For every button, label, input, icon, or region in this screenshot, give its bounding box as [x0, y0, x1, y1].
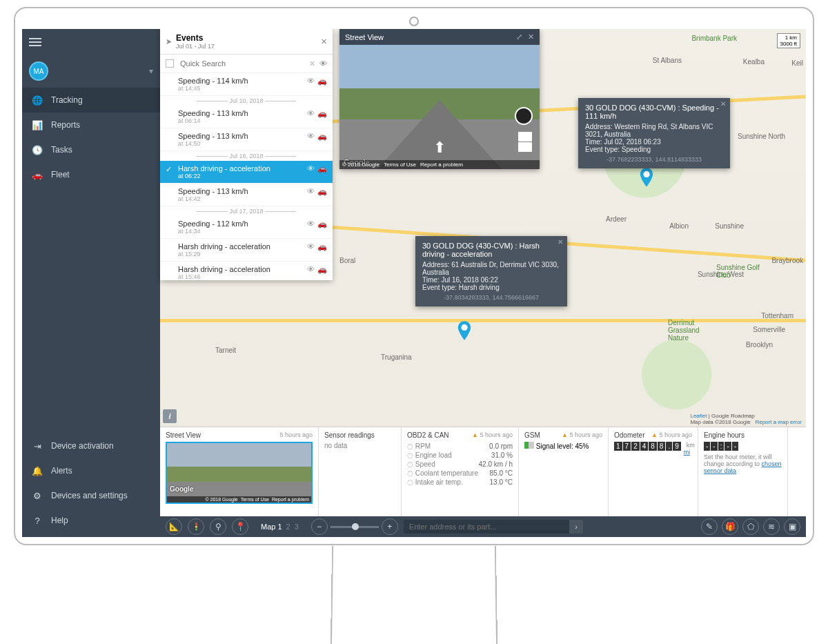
popup-title: 30 GOLD DOG (430-CVM) : Speeding - 111 k…	[585, 104, 723, 120]
odometer-display: 172488.9	[614, 442, 681, 451]
map-tab-1[interactable]: Map 1	[261, 523, 282, 531]
map-tab-2[interactable]: 2	[286, 523, 290, 531]
engine-hours-display: --:--	[704, 442, 782, 451]
svg-point-0	[643, 171, 649, 177]
visibility-icon[interactable]: 👁	[307, 187, 315, 196]
map-label: Keil	[791, 59, 803, 67]
location-button[interactable]: 📍	[232, 518, 248, 535]
zoom-out-button[interactable]: −	[311, 518, 328, 535]
car-icon: 🚗	[317, 77, 327, 86]
report-link[interactable]: Report a problem	[420, 162, 463, 168]
event-item[interactable]: Speeding - 113 km/hat 14:50👁🚗	[160, 128, 333, 151]
events-panel: ➤ Events Jul 01 - Jul 17 ✕ ✕ 👁 Speeding …	[160, 29, 333, 280]
visibility-icon[interactable]: 👁	[307, 77, 315, 86]
info-button[interactable]: i	[163, 409, 177, 423]
route-button[interactable]: ✎	[701, 518, 718, 535]
compass-icon[interactable]	[515, 107, 533, 125]
map-tab-3[interactable]: 3	[295, 523, 299, 531]
close-icon[interactable]: ✕	[321, 37, 327, 46]
map-label: Brooklyn	[746, 341, 773, 349]
ruler-button[interactable]: 📐	[166, 518, 182, 535]
clear-icon[interactable]: ✕	[309, 59, 315, 68]
streetview-image[interactable]: ⬆ + − Google © 2018 Google Terms of Use …	[339, 45, 540, 169]
events-list[interactable]: Speeding - 114 km/hat 14:45👁🚗————— Jul 1…	[160, 73, 333, 280]
car-icon: 🚗	[317, 164, 327, 173]
map-marker-selected[interactable]	[457, 320, 472, 341]
zoom-out-button[interactable]: −	[518, 142, 532, 152]
zoom-in-button[interactable]: +	[382, 518, 398, 535]
widget-streetview-image[interactable]: Google © 2018 GoogleTerms of UseReport a…	[166, 442, 313, 504]
event-item[interactable]: Speeding - 114 km/hat 14:45👁🚗	[160, 73, 333, 96]
visibility-icon[interactable]: 👁	[307, 164, 315, 173]
widget-sensor[interactable]: Sensor readings no data	[319, 427, 402, 516]
zoom-in-button[interactable]: +	[518, 132, 532, 142]
sidebar: MA ▾ 🌐 Tracking 📊 Reports 🕓 Tasks 🚗 Flee…	[22, 29, 160, 537]
map-label: Kealba	[743, 58, 765, 66]
search-go-button[interactable]: ›	[569, 520, 583, 534]
nav-label: Devices and settings	[51, 491, 128, 500]
map-label: Derrimut Grassland Nature	[668, 319, 716, 342]
map-label: St Albans	[653, 57, 682, 64]
nav-reports[interactable]: 📊 Reports	[22, 113, 160, 137]
visibility-icon[interactable]: 👁	[307, 265, 315, 274]
address-input[interactable]	[404, 520, 569, 534]
fullscreen-button[interactable]: ▣	[784, 518, 800, 535]
popup-type: Event type: Speeding	[585, 146, 723, 153]
nav-label: Tasks	[51, 145, 72, 155]
traffic-button[interactable]: 🚦	[188, 518, 204, 535]
event-item[interactable]: Speeding - 112 km/hat 14:34👁🚗	[160, 216, 333, 239]
car-icon: 🚗	[317, 109, 327, 118]
leaflet-link[interactable]: Leaflet	[690, 413, 707, 419]
nav-device-activation[interactable]: ⇥ Device activation	[22, 433, 160, 458]
nav-tracking[interactable]: 🌐 Tracking	[22, 88, 160, 113]
widget-odometer[interactable]: Odometer▲ 5 hours ago 172488.9 kmmi	[609, 427, 698, 516]
map-scale: 1 km3000 ft	[777, 33, 800, 48]
event-item[interactable]: Harsh driving - accelerationat 15:46👁🚗	[160, 262, 333, 280]
report-map-error[interactable]: Report a map error	[755, 419, 802, 425]
zoom-slider[interactable]	[331, 526, 379, 528]
event-item[interactable]: Speeding - 113 km/hat 14:42👁🚗	[160, 184, 333, 206]
event-item[interactable]: Speeding - 113 km/hat 06:14👁🚗	[160, 106, 333, 128]
nav-label: Tracking	[51, 95, 83, 105]
expand-icon[interactable]: ⤢	[516, 32, 522, 41]
popup-coords: -37.7682233333, 144.8114833333	[585, 156, 723, 163]
select-all-checkbox[interactable]	[166, 59, 174, 68]
visibility-icon[interactable]: 👁	[307, 219, 315, 228]
unit-toggle[interactable]: mi	[684, 449, 695, 456]
terms-link[interactable]: Terms of Use	[384, 162, 416, 168]
widget-obd[interactable]: OBD2 & CAN▲ 5 hours ago ◌ RPM0.0 rpm◌ En…	[402, 427, 519, 516]
widget-gsm[interactable]: GSM▲ 5 hours ago Signal level: 45%	[519, 427, 609, 516]
widget-engine-hours[interactable]: Engine hours --:-- Set the hour meter, i…	[698, 427, 788, 516]
menu-icon[interactable]	[29, 36, 41, 46]
user-menu[interactable]: MA ▾	[22, 55, 160, 88]
car-icon: 🚗	[32, 169, 43, 180]
share-button[interactable]: ⚲	[210, 518, 226, 535]
nav-help[interactable]: ? Help	[22, 508, 160, 533]
visibility-icon[interactable]: 👁	[307, 132, 315, 141]
visibility-icon[interactable]: 👁	[307, 242, 315, 251]
bell-icon: 🔔	[32, 465, 43, 476]
location-arrow-icon[interactable]: ➤	[166, 37, 172, 46]
popup-address: Address: 61 Australis Dr, Derrimut VIC 3…	[422, 261, 560, 276]
nav-tasks[interactable]: 🕓 Tasks	[22, 137, 160, 162]
close-icon[interactable]: ✕	[720, 100, 726, 108]
geofence-button[interactable]: ⬠	[742, 518, 759, 535]
widget-streetview[interactable]: Street View5 hours ago Google © 2018 Goo…	[160, 427, 319, 516]
nav-settings[interactable]: ⚙ Devices and settings	[22, 483, 160, 508]
layers-button[interactable]: ≋	[763, 518, 780, 535]
event-item[interactable]: Harsh driving - accelerationat 15:29👁🚗	[160, 239, 333, 262]
nav-fleet[interactable]: 🚗 Fleet	[22, 162, 160, 187]
svg-point-1	[461, 324, 467, 331]
streetview-nav-arrow[interactable]: ⬆	[433, 139, 446, 157]
gift-button[interactable]: 🎁	[722, 518, 738, 535]
search-input[interactable]	[178, 57, 305, 70]
visibility-icon[interactable]: 👁	[307, 109, 315, 118]
close-icon[interactable]: ✕	[558, 238, 563, 246]
map-marker[interactable]	[639, 167, 654, 188]
event-item[interactable]: Harsh driving - accelerationat 06:22👁🚗	[160, 161, 333, 184]
globe-icon: 🌐	[32, 95, 43, 106]
visibility-icon[interactable]: 👁	[319, 59, 327, 68]
close-icon[interactable]: ✕	[528, 32, 534, 41]
nav-alerts[interactable]: 🔔 Alerts	[22, 458, 160, 483]
streetview-title: Street View	[345, 33, 384, 41]
